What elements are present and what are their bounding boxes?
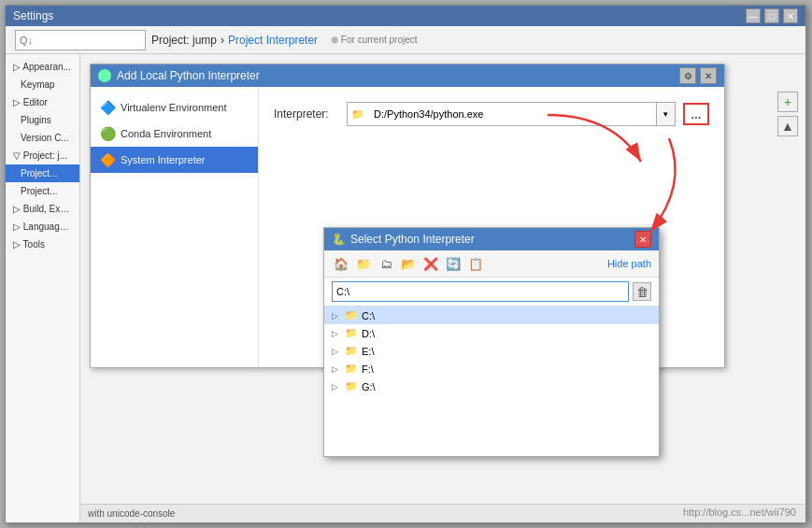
folder-icon-f: 📁: [345, 363, 358, 375]
sidebar-item-tools[interactable]: ▷ Tools: [6, 235, 79, 253]
folder-icon-c: 📁: [345, 309, 358, 321]
virtualenv-label: Virtualenv Environment: [121, 102, 227, 113]
system-interpreter-option[interactable]: 🔶 System Interpreter: [91, 147, 258, 173]
add-interpreter-title-bar: Add Local Python Interpreter ⚙ ✕: [91, 64, 724, 87]
settings-search-input[interactable]: [15, 30, 146, 50]
sidebar-item-plugins[interactable]: Plugins: [6, 111, 79, 129]
folder-icon-e: 📁: [345, 345, 358, 357]
tree-item-c[interactable]: ▷ 📁 C:\: [324, 307, 659, 324]
header-bar: Project: jump › Project Interpreter ⊕ Fo…: [6, 26, 805, 54]
python-icon: [98, 69, 111, 82]
folder-icon-d: 📁: [345, 327, 358, 339]
tree-label-e: E:\: [362, 346, 374, 357]
bottom-bar-text: with unicode-console: [88, 508, 175, 519]
tree-label-g: G:\: [362, 381, 376, 392]
select-interpreter-title-text: Select Python Interpreter: [350, 233, 475, 246]
path-input-field[interactable]: [332, 281, 629, 302]
open-button[interactable]: 📂: [399, 254, 418, 273]
hide-path-button[interactable]: Hide path: [607, 258, 651, 269]
add-interpreter-close-button[interactable]: ✕: [700, 67, 717, 84]
interpreter-path-text: D:/Python34/python.exe: [368, 108, 656, 120]
clipboard-button[interactable]: 📋: [466, 254, 485, 273]
tree-chevron-f: ▷: [332, 364, 341, 374]
add-interpreter-settings-button[interactable]: ⚙: [679, 67, 696, 84]
conda-label: Conda Environment: [121, 128, 211, 139]
breadcrumb-sep: ›: [221, 34, 224, 47]
window-title: Settings: [13, 9, 53, 22]
maximize-button[interactable]: □: [764, 8, 779, 23]
tree-item-g[interactable]: ▷ 📁 G:\: [324, 378, 659, 395]
folder-button[interactable]: 📁: [354, 254, 373, 273]
sidebar-item-build-exec[interactable]: ▷ Build, Exe...: [6, 200, 79, 218]
breadcrumb-sub: ⊕ For current project: [331, 35, 417, 45]
sidebar-item-project[interactable]: ▽ Project: j...: [6, 147, 79, 164]
new-folder-button[interactable]: 🗂: [377, 254, 395, 273]
select-interpreter-close-button[interactable]: ✕: [634, 231, 651, 248]
watermark: http://blog.cs...net/wii790: [683, 507, 796, 518]
refresh-button[interactable]: 🔄: [444, 254, 463, 273]
sidebar: ▷ Appearan... Keymap ▷ Editor Plugins Ve…: [6, 54, 80, 522]
sidebar-item-project-interpreter[interactable]: Project...: [6, 164, 79, 182]
browse-interpreter-button[interactable]: ...: [683, 103, 709, 125]
settings-window: Settings — □ ✕ Project: jump › Project I…: [5, 5, 806, 523]
settings-body: ▷ Appearan... Keymap ▷ Editor Plugins Ve…: [6, 54, 805, 522]
select-interpreter-toolbar: 🏠 📁 🗂 📂 ❌ 🔄 📋 Hide path: [324, 250, 659, 278]
system-icon: 🔶: [100, 152, 115, 167]
conda-option[interactable]: 🟢 Conda Environment: [91, 121, 258, 147]
add-interpreter-title: Add Local Python Interpreter: [98, 69, 260, 82]
interpreter-label: Interpreter:: [274, 107, 339, 121]
sidebar-item-keymap[interactable]: Keymap: [6, 76, 79, 93]
add-interpreter-title-text: Add Local Python Interpreter: [117, 69, 260, 82]
system-label: System Interpreter: [121, 154, 205, 165]
breadcrumb-project: Project: jump: [151, 34, 217, 47]
tree-chevron-d: ▷: [332, 329, 341, 338]
tree-item-d[interactable]: ▷ 📁 D:\: [324, 324, 659, 342]
delete-button[interactable]: ❌: [421, 254, 440, 273]
tree-chevron-e: ▷: [332, 347, 341, 356]
breadcrumb: Project: jump › Project Interpreter ⊕ Fo…: [151, 34, 418, 47]
tree-label-d: D:\: [362, 328, 375, 339]
tree-item-e[interactable]: ▷ 📁 E:\: [324, 342, 659, 360]
select-interpreter-title: 🐍 Select Python Interpreter: [332, 233, 475, 246]
select-interpreter-dialog: 🐍 Select Python Interpreter ✕ 🏠 📁 🗂 📂 ❌ …: [323, 227, 660, 457]
home-button[interactable]: 🏠: [332, 254, 350, 273]
interpreter-path-container: 📁 D:/Python34/python.exe ▾: [347, 102, 676, 126]
dialog-title-controls: ⚙ ✕: [679, 67, 717, 84]
path-input-row: 🗑: [324, 278, 659, 307]
move-up-button[interactable]: ▲: [777, 116, 798, 136]
breadcrumb-current: Project Interpreter: [228, 34, 318, 47]
tree-chevron-c: ▷: [332, 311, 341, 321]
title-bar-controls: — □ ✕: [746, 8, 798, 23]
tree-item-f[interactable]: ▷ 📁 F:\: [324, 360, 659, 378]
virtualenv-option[interactable]: 🔷 Virtualenv Environment: [91, 94, 258, 121]
sidebar-item-appearance[interactable]: ▷ Appearan...: [6, 58, 79, 76]
tree-label-f: F:\: [362, 364, 374, 375]
conda-icon: 🟢: [100, 126, 115, 141]
sidebar-item-version-control[interactable]: Version C...: [6, 129, 79, 147]
tree-label-c: C:\: [362, 310, 375, 321]
path-folder-icon: 📁: [348, 108, 368, 121]
minimize-button[interactable]: —: [746, 8, 761, 23]
main-content: + ▲ Add Local Python Interpreter ⚙ ✕: [80, 54, 805, 522]
close-window-button[interactable]: ✕: [783, 8, 798, 23]
interpreter-options-panel: 🔷 Virtualenv Environment 🟢 Conda Environ…: [91, 87, 259, 367]
tree-chevron-g: ▷: [332, 382, 341, 392]
title-bar: Settings — □ ✕: [6, 6, 805, 26]
sidebar-item-project-dep[interactable]: Project...: [6, 182, 79, 200]
clear-path-button[interactable]: 🗑: [633, 282, 651, 301]
python-small-icon: 🐍: [332, 233, 345, 246]
virtualenv-icon: 🔷: [100, 100, 115, 115]
sidebar-item-languages[interactable]: ▷ Language...: [6, 218, 79, 235]
file-tree: ▷ 📁 C:\ ▷ 📁 D:\ ▷ 📁 E:\: [324, 307, 659, 456]
add-interpreter-button[interactable]: +: [777, 92, 798, 112]
right-panel-buttons: + ▲: [777, 92, 798, 136]
sidebar-item-editor[interactable]: ▷ Editor: [6, 93, 79, 111]
folder-icon-g: 📁: [345, 380, 358, 392]
interpreter-path-dropdown[interactable]: ▾: [656, 103, 675, 125]
select-interpreter-title-bar: 🐍 Select Python Interpreter ✕: [324, 228, 659, 250]
interpreter-path-row: Interpreter: 📁 D:/Python34/python.exe ▾ …: [274, 102, 709, 126]
